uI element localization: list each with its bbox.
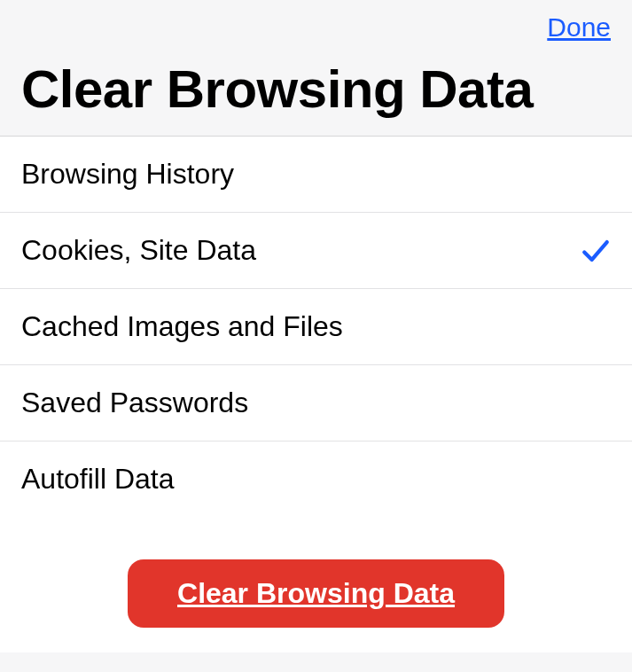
done-button[interactable]: Done <box>21 12 611 43</box>
option-browsing-history[interactable]: Browsing History <box>0 137 632 213</box>
option-cached-images-files[interactable]: Cached Images and Files <box>0 289 632 365</box>
header: Done Clear Browsing Data <box>0 0 632 136</box>
checkmark-icon <box>581 236 611 266</box>
page-title: Clear Browsing Data <box>21 59 611 136</box>
options-list: Browsing History Cookies, Site Data Cach… <box>0 136 632 517</box>
option-label: Saved Passwords <box>21 387 248 419</box>
clear-browsing-data-button[interactable]: Clear Browsing Data <box>128 559 504 628</box>
option-autofill-data[interactable]: Autofill Data <box>0 441 632 517</box>
option-saved-passwords[interactable]: Saved Passwords <box>0 365 632 441</box>
action-area: Clear Browsing Data <box>0 517 632 652</box>
option-label: Cookies, Site Data <box>21 234 256 267</box>
option-label: Autofill Data <box>21 463 175 496</box>
option-cookies-site-data[interactable]: Cookies, Site Data <box>0 213 632 289</box>
option-label: Browsing History <box>21 158 234 191</box>
option-label: Cached Images and Files <box>21 310 343 343</box>
